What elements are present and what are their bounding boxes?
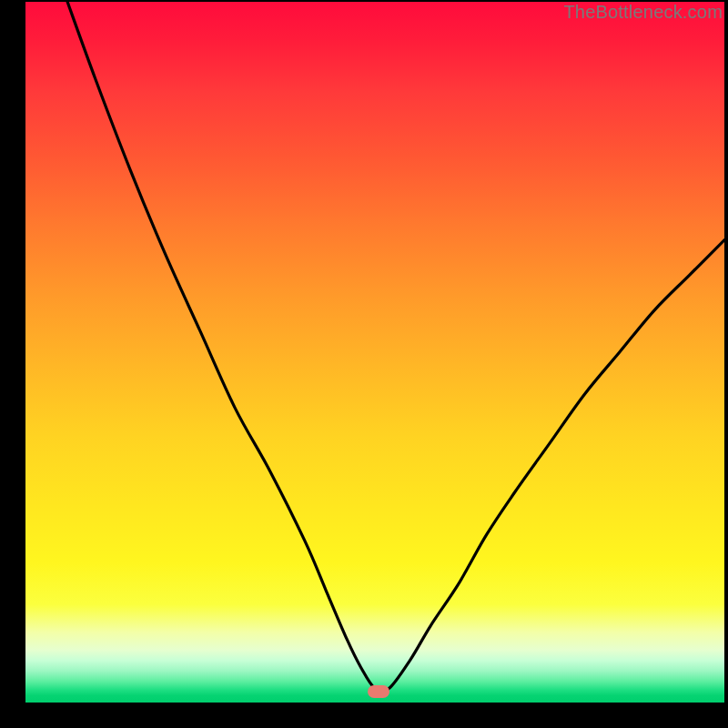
optimal-marker [368, 685, 389, 698]
plot-area [25, 2, 724, 703]
watermark-text: TheBottleneck.com [563, 2, 723, 23]
bottleneck-curve [25, 2, 724, 703]
chart-stage: TheBottleneck.com [0, 0, 728, 728]
